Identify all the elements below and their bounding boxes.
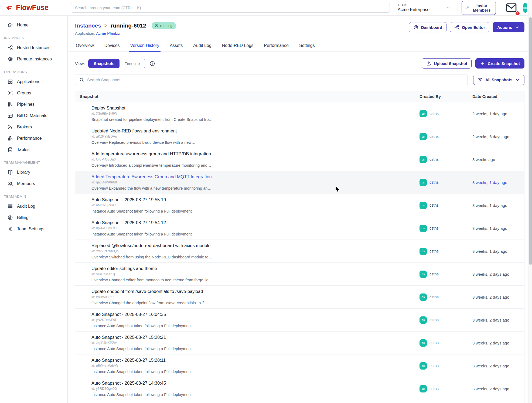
created-by-name: cstns: [429, 180, 439, 185]
vertical-scrollbar[interactable]: [528, 0, 532, 403]
upload-snapshot-button[interactable]: Upload Snapshot: [422, 58, 471, 69]
groups-icon: [7, 90, 13, 96]
table-row[interactable]: Auto Snapshot - 2025-08-27 15:28:11 id: …: [75, 354, 524, 377]
tab-devices[interactable]: Devices: [104, 42, 120, 52]
create-snapshot-button[interactable]: Create Snapshot: [475, 58, 524, 69]
sidebar-item-label: Home: [17, 23, 29, 28]
sidebar-item-team-settings[interactable]: Team Settings: [0, 223, 67, 235]
sidebar-item-label: Brokers: [17, 125, 32, 129]
table-row[interactable]: Auto Snapshot - 2025-08-27 19:54:12 id: …: [75, 217, 524, 240]
application-link[interactable]: Acme Plantzz: [96, 31, 120, 36]
home-icon: [7, 22, 13, 28]
sidebar-item-hosted-instances[interactable]: Hosted Instances: [0, 42, 67, 53]
table-row[interactable]: Auto Snapshot - 2025-08-27 19:55:19 id: …: [75, 194, 524, 217]
snapshot-title[interactable]: Updated Node-RED flows and environment: [91, 128, 195, 134]
sidebar-item-label: Remote Instances: [17, 57, 52, 62]
table-row[interactable]: Add HTTP endpoint for saving credentials…: [75, 400, 524, 403]
snapshot-title[interactable]: Auto Snapshot - 2025-08-27 15:28:21: [91, 335, 192, 340]
tab-assets[interactable]: Assets: [169, 42, 183, 52]
tab-performance[interactable]: Performance: [264, 42, 289, 52]
avatar: cs: [420, 133, 427, 140]
sidebar-item-members[interactable]: Members: [0, 178, 67, 189]
snapshot-title[interactable]: Added Temperature Awareness Group and MQ…: [91, 174, 212, 179]
tab-version-history[interactable]: Version History: [130, 42, 160, 52]
team-settings-icon: [7, 226, 13, 232]
table-row[interactable]: Add temperature awareness group and HTTP…: [75, 148, 524, 171]
snapshot-title[interactable]: Auto Snapshot - 2025-08-27 19:54:12: [91, 220, 192, 225]
sidebar-item-label: Performance: [17, 136, 42, 141]
snapshot-title[interactable]: Auto Snapshot - 2025-08-27 15:28:11: [91, 358, 192, 363]
snapshot-title[interactable]: Replaced @flowfuse/node-red-dashboard wi…: [91, 243, 212, 248]
invite-members-button[interactable]: Invite Members: [462, 1, 496, 15]
user-avatar[interactable]: cs: [523, 3, 527, 13]
sidebar-item-tables[interactable]: Tables: [0, 144, 67, 155]
snapshot-id: id: nMGP0jZ6dJ: [91, 203, 192, 207]
sidebar-item-billing[interactable]: Billing: [0, 212, 67, 223]
sidebar-item-groups[interactable]: Groups: [0, 87, 67, 99]
dashboard-button[interactable]: Dashboard: [409, 22, 446, 32]
sidebar-item-label: Pipelines: [17, 102, 35, 107]
created-by-name: cstns: [429, 387, 439, 391]
sidebar-item-home[interactable]: Home: [0, 19, 67, 31]
play-circle-icon: [154, 23, 159, 28]
snapshot-description: Overview Expanded the flow with a new te…: [91, 186, 212, 190]
sidebar-item-bill-of-materials[interactable]: Bill Of Materials: [0, 110, 67, 121]
snapshot-title[interactable]: Update editor settings and theme: [91, 266, 212, 271]
tab-audit-log[interactable]: Audit Log: [193, 42, 212, 52]
clock-icon: [80, 340, 87, 346]
snapshot-search-input[interactable]: [87, 77, 464, 82]
tab-settings[interactable]: Settings: [299, 42, 315, 52]
actions-button[interactable]: Actions: [493, 22, 524, 32]
info-icon[interactable]: [149, 60, 155, 67]
table-row[interactable]: Updated Node-RED flows and environment i…: [75, 125, 524, 148]
sidebar-item-performance[interactable]: Performance: [0, 133, 67, 144]
view-segment-snapshots[interactable]: Snapshots: [88, 59, 120, 68]
team-selector[interactable]: TEAM: Acme Enterprise: [398, 4, 454, 12]
clock-icon: [80, 248, 87, 255]
sidebar-section-label: INSTANCES: [0, 31, 67, 42]
topbar: FlowFuse TEAM: Acme Enterprise Invite Me…: [0, 0, 532, 16]
snapshot-description: Instance Auto Snapshot taken following a…: [91, 370, 192, 374]
snapshot-title[interactable]: Auto Snapshot - 2025-08-27 16:04:35: [91, 312, 192, 317]
view-segment-timeline[interactable]: Timeline: [120, 59, 145, 68]
brokers-icon: [7, 124, 13, 130]
sidebar-item-audit-log[interactable]: Audit Log: [0, 201, 67, 212]
sidebar-item-applications[interactable]: Applications: [0, 76, 67, 87]
table-row[interactable]: Replaced @flowfuse/node-red-dashboard wi…: [75, 240, 524, 263]
snapshot-title[interactable]: Auto Snapshot - 2025-08-27 19:55:19: [91, 197, 192, 202]
table-row[interactable]: Auto Snapshot - 2025-08-27 16:04:35 id: …: [75, 309, 524, 332]
breadcrumb-instances-link[interactable]: Instances: [75, 22, 101, 29]
tab-overview[interactable]: Overview: [76, 42, 94, 52]
table-row[interactable]: Update endpoint from /save-credentials t…: [75, 286, 524, 309]
scrollbar-thumb[interactable]: [529, 17, 532, 265]
snapshot-filter-dropdown[interactable]: All Snapshots: [473, 75, 524, 85]
created-by-name: cstns: [429, 272, 439, 276]
sidebar-item-brokers[interactable]: Brokers: [0, 121, 67, 133]
sidebar-item-pipelines[interactable]: Pipelines: [0, 99, 67, 110]
avatar-initials: cs: [422, 341, 425, 344]
snapshot-title[interactable]: Deploy Snapshot: [91, 105, 213, 111]
notifications-button[interactable]: 5: [505, 1, 518, 14]
snapshot-title[interactable]: Update endpoint from /save-credentials t…: [91, 289, 208, 294]
flowfuse-logo[interactable]: FlowFuse: [5, 4, 71, 12]
sidebar-item-remote-instances[interactable]: Remote Instances: [0, 53, 67, 65]
open-editor-button[interactable]: Open Editor: [450, 22, 489, 32]
sidebar-item-library[interactable]: Library: [0, 167, 67, 178]
create-snapshot-label: Create Snapshot: [488, 61, 520, 66]
avatar: cs: [420, 179, 427, 186]
snapshot-description: Overview Changed editor from monaco to a…: [91, 278, 212, 282]
snapshot-title[interactable]: Add temperature awareness group and HTTP…: [91, 151, 211, 156]
table-row[interactable]: Deploy Snapshot id: X3o6Bw1k9W Snapshot …: [75, 102, 524, 125]
clock-icon: [80, 156, 87, 163]
table-row[interactable]: Added Temperature Awareness Group and MQ…: [75, 171, 524, 194]
global-search-input[interactable]: [71, 3, 390, 13]
snapshot-title[interactable]: Auto Snapshot - 2025-08-27 14:30:45: [91, 381, 192, 386]
view-toolbar: View: SnapshotsTimeline Upload Snapshot …: [68, 52, 532, 69]
table-row[interactable]: Auto Snapshot - 2025-08-27 15:28:21 id: …: [75, 332, 524, 354]
tab-node-red-logs[interactable]: Node-RED Logs: [222, 42, 254, 52]
notification-badge: 5: [515, 11, 520, 16]
clock-icon: [80, 110, 87, 117]
table-row[interactable]: Update editor settings and theme id: AlR…: [75, 263, 524, 286]
clock-icon: [80, 225, 87, 232]
table-row[interactable]: Auto Snapshot - 2025-08-27 14:30:45 id: …: [75, 377, 524, 400]
